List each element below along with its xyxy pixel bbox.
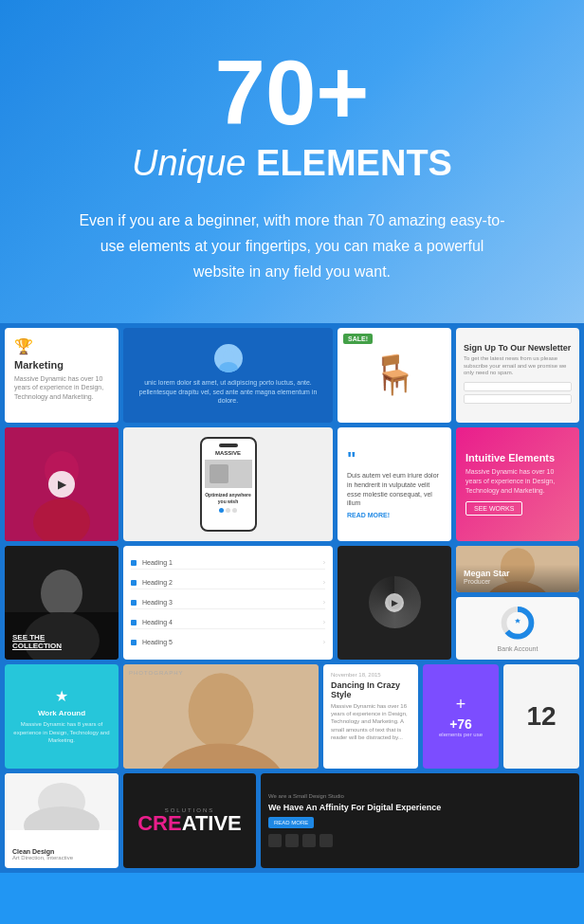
article-text: Massive Dynamic has over 16 years of exp… [331,702,411,742]
phone-mockup: MASSIVE Optimized anywhere you wish [200,437,257,532]
digital-button[interactable]: READ MORE [268,817,314,828]
work-tile: ★ Work Around Massive Dynamic has 8 year… [5,664,119,769]
clean-tile: Clean Design Art Direction, Interactive [5,773,119,868]
phone-tile: MASSIVE Optimized anywhere you wish [123,427,333,541]
music-play[interactable]: ▶ [385,593,404,612]
heading-dot-1 [131,560,137,566]
creative-tile: SOLUTIONS CREATIVE [123,773,256,868]
work-icon: ★ [55,687,68,705]
blue-text-card: unic lorem dolor sit amet, ut adipiscing… [123,328,333,423]
heading-item-4: Heading 4 › [131,616,325,629]
digital-top: We are a Small Design Studio [268,793,572,799]
phone-optimized: Optimized anywhere you wish [205,492,252,504]
marketing-tile: 🏆 Marketing Massive Dynamic has over 10 … [5,328,119,423]
quote-mark: " [347,449,442,468]
product-card: SALE! 🪑 [338,328,451,423]
newsletter-title: Sign Up To Our Newsletter [464,343,572,353]
article-title: Dancing In Crazy Style [331,680,411,699]
heading-item-1: Heading 1 › [131,556,325,570]
plus-icon: + [456,695,466,715]
blue-card-text: unic lorem dolor sit amet, ut adipiscing… [133,378,323,406]
phone-notch [219,444,238,447]
heading-item-5: Heading 5 › [131,636,325,648]
sale-badge: SALE! [343,334,373,344]
newsletter-email-input[interactable] [464,394,572,404]
heading-arrow-2: › [323,579,325,586]
quote-text: Duis autem vel eum iriure dolor in hendr… [347,471,442,508]
intuitive-tile: Intuitive Elements Massive Dynamic has o… [456,427,579,541]
heading-text-1: Heading 1 [142,559,323,566]
d-icon-4 [319,834,333,847]
heading-item-2: Heading 2 › [131,576,325,589]
see-collection-link[interactable]: SEE THECOLLECTION [12,633,62,650]
see-works-button[interactable]: SEE WORKS [465,501,522,516]
creative-ative: ATIVE [182,811,242,835]
number12-tile: 12 [503,664,579,769]
chair-icon: 🪑 [371,353,418,397]
heading-dot-2 [131,580,137,586]
avatar [214,344,243,372]
megan-tile: Megan Star Producer [456,546,579,593]
plus-number: +76 [449,716,472,732]
work-text: Massive Dynamic has 8 years of experienc… [12,720,111,744]
bank-label: Bank Account [498,645,538,652]
plus76-tile: + +76 elements per use [423,664,499,769]
svg-point-0 [223,350,234,361]
donut-tile: Bank Account [456,597,579,660]
svg-point-8 [41,570,82,617]
photography-label: Photography [129,670,184,676]
plus-text: elements per use [439,732,483,737]
newsletter-name-input[interactable] [464,382,572,391]
dancing-tile: November 18, 2015 Dancing In Crazy Style… [323,664,418,769]
heading-text-2: Heading 2 [142,579,323,586]
d-icon-1 [268,834,282,847]
video-person-tile: ▶ [5,427,119,541]
phone-brand: MASSIVE [215,450,241,458]
heading-item-3: Heading 3 › [131,596,325,609]
dark-woman-tile: SEE THECOLLECTION [5,546,119,660]
heading-arrow-1: › [323,559,325,566]
newsletter-text: To get the latest news from us please su… [464,355,572,377]
heading-arrow-4: › [323,619,325,625]
heading-dot-3 [131,600,137,606]
digital-icons [268,834,572,847]
intuitive-title: Intuitive Elements [465,452,570,463]
heading-text-5: Heading 5 [142,639,323,645]
marketing-title: Marketing [14,359,109,371]
marketing-text: Massive Dynamic has over 10 years of exp… [14,374,109,402]
newsletter-card: Sign Up To Our Newsletter To get the lat… [456,328,579,423]
music-tile: ▶ [338,546,451,660]
quote-link[interactable]: READ MORE! [347,512,442,518]
portrait-info: Megan Star Producer [464,569,510,585]
photo-portrait-tile: Photography [123,664,319,769]
heading-text-3: Heading 3 [142,599,323,606]
heading-arrow-5: › [323,639,325,645]
hero-section: 70+ Unique ELEMENTS Even if you are a be… [0,0,584,323]
clean-subtitle: Art Direction, Interactive [12,855,73,861]
svg-point-18 [189,673,254,749]
creative-text: CREATIVE [137,813,242,834]
hero-subtitle: Unique ELEMENTS [57,143,527,184]
article-date: November 18, 2015 [331,672,411,678]
big-number: 12 [526,701,556,732]
heading-dot-5 [131,640,137,645]
d-icon-2 [285,834,299,847]
digital-tile: We are a Small Design Studio We Have An … [261,773,579,868]
hero-subtitle-bold: ELEMENTS [256,143,452,183]
donut-chart [499,605,537,642]
creative-cre: CRE [137,811,181,835]
digital-title: We Have An Affinity For Digital Experien… [268,803,572,814]
heading-dot-4 [131,620,137,625]
headings-tile: Heading 1 › Heading 2 › Heading 3 › Head… [123,546,333,660]
trophy-icon: 🏆 [14,337,109,355]
megan-section: Megan Star Producer Bank Account [456,546,579,660]
play-button[interactable]: ▶ [48,471,75,498]
d-icon-3 [302,834,316,847]
megan-role: Producer [464,578,510,585]
heading-text-4: Heading 4 [142,619,323,625]
hero-subtitle-italic: Unique [132,143,246,183]
mosaic-section: 🏆 Marketing Massive Dynamic has over 10 … [0,323,584,873]
megan-name: Megan Star [464,569,510,578]
svg-marker-16 [515,619,520,624]
svg-rect-6 [210,464,228,483]
